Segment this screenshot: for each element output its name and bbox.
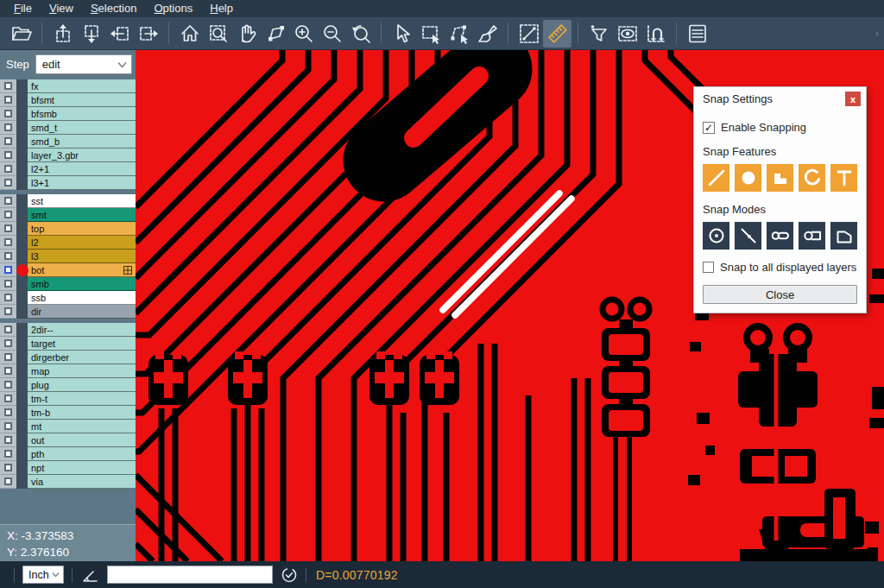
layer-visibility-checkbox[interactable] [4, 280, 12, 288]
menu-item-help[interactable]: Help [201, 1, 242, 16]
snap-feature-text-button[interactable] [830, 164, 857, 192]
angle-measure-icon[interactable] [80, 566, 99, 585]
snap-mode-slot-open-button[interactable] [799, 222, 825, 250]
layer-visibility-checkbox[interactable] [4, 151, 12, 159]
snap-feature-surface-button[interactable] [767, 164, 793, 192]
layer-visibility-checkbox[interactable] [4, 123, 12, 131]
shift-view-down-button[interactable] [77, 20, 105, 47]
snap-feature-line-button[interactable] [703, 164, 729, 192]
snap-mode-slot-button[interactable] [767, 222, 793, 250]
snap-feature-pad-button[interactable] [735, 164, 761, 192]
select-polygon-button[interactable] [445, 20, 473, 47]
unit-select[interactable]: Inch [22, 566, 64, 584]
layer-name-chip[interactable]: bot [28, 263, 136, 277]
layer-visibility-checkbox[interactable] [4, 165, 12, 173]
menu-item-file[interactable]: File [5, 1, 41, 16]
layer-name-chip[interactable]: dir [28, 305, 136, 319]
filter-button[interactable] [584, 20, 613, 47]
report-button[interactable] [683, 20, 711, 47]
layer-name-chip[interactable]: dirgerber [28, 351, 136, 364]
apply-check-icon[interactable] [281, 566, 298, 584]
shift-view-left-button[interactable] [105, 20, 134, 47]
layer-visibility-checkbox[interactable] [4, 477, 12, 485]
layer-visibility-checkbox[interactable] [4, 367, 12, 375]
measure-line-button[interactable] [515, 20, 543, 47]
select-rectangle-button[interactable] [416, 20, 445, 47]
snap-mode-corner-button[interactable] [830, 222, 857, 250]
layer-name-chip[interactable]: tm-b [28, 406, 136, 420]
snap-dialog-titlebar[interactable]: Snap Settings x [694, 87, 866, 111]
snap-mode-line-middle-button[interactable] [735, 222, 761, 250]
open-folder-button[interactable] [7, 20, 35, 47]
snap-feature-arc-button[interactable] [799, 164, 825, 192]
layer-name-chip[interactable]: mt [28, 420, 136, 433]
layer-name-chip[interactable]: l3+1 [28, 176, 136, 190]
layer-visibility-checkbox[interactable] [4, 381, 12, 389]
zoom-out-button[interactable] [318, 20, 346, 47]
layer-name-chip[interactable]: via [28, 475, 136, 489]
layer-name-chip[interactable]: map [28, 364, 136, 378]
layer-name-chip[interactable]: pth [28, 447, 136, 461]
layer-visibility-checkbox[interactable] [4, 395, 12, 402]
layer-name-chip[interactable]: npt [28, 461, 136, 475]
layer-name-chip[interactable]: bfsmt [28, 93, 136, 107]
menu-item-view[interactable]: View [41, 1, 82, 16]
layer-name-chip[interactable]: target [28, 337, 136, 351]
menu-item-selection[interactable]: Selection [82, 1, 145, 16]
layer-visibility-checkbox[interactable] [4, 82, 12, 90]
dialog-close-icon[interactable]: x [845, 92, 861, 106]
layer-name-chip[interactable]: 2dir-- [28, 323, 136, 337]
layer-name-chip[interactable]: ssb [28, 291, 136, 305]
home-view-button[interactable] [175, 20, 204, 47]
layer-name-chip[interactable]: l2+1 [28, 162, 136, 176]
close-button[interactable]: Close [703, 285, 857, 304]
zoom-area-button[interactable] [204, 20, 232, 47]
layer-visibility-checkbox[interactable] [4, 179, 12, 187]
layer-visibility-checkbox[interactable] [4, 408, 12, 416]
select-cursor-button[interactable] [388, 20, 416, 47]
layer-name-chip[interactable]: out [28, 433, 136, 447]
layer-name-chip[interactable]: bfsmb [28, 107, 136, 121]
layer-visibility-checkbox[interactable] [4, 266, 12, 274]
snap-all-layers-checkbox[interactable] [703, 262, 714, 273]
shift-view-right-button[interactable] [134, 20, 162, 47]
layer-name-chip[interactable]: smt [28, 208, 136, 222]
layer-visibility-checkbox[interactable] [4, 137, 12, 145]
layer-name-chip[interactable]: sst [28, 194, 136, 208]
ruler-button[interactable] [543, 20, 571, 47]
layer-visibility-checkbox[interactable] [4, 436, 12, 444]
step-select[interactable]: edit [35, 54, 132, 74]
layer-name-chip[interactable]: l3 [28, 250, 136, 263]
command-input[interactable] [107, 566, 273, 584]
layer-name-chip[interactable]: smb [28, 277, 136, 291]
layer-visibility-checkbox[interactable] [4, 294, 12, 301]
layer-name-chip[interactable]: top [28, 222, 136, 236]
pan-hand-button[interactable] [232, 20, 261, 47]
menu-item-options[interactable]: Options [145, 1, 201, 16]
layer-visibility-checkbox[interactable] [4, 211, 12, 218]
layer-visibility-checkbox[interactable] [4, 96, 12, 104]
layer-visibility-checkbox[interactable] [4, 326, 12, 333]
clean-brush-button[interactable] [473, 20, 502, 47]
layer-name-chip[interactable]: smd_b [28, 135, 136, 149]
zoom-polygon-button[interactable] [261, 20, 289, 47]
snap-magnet-button[interactable] [641, 20, 670, 47]
layer-name-chip[interactable]: fx [28, 79, 136, 93]
layer-visibility-checkbox[interactable] [4, 353, 12, 361]
layer-visibility-checkbox[interactable] [4, 224, 12, 232]
layer-name-chip[interactable]: tm-t [28, 392, 136, 406]
layer-name-chip[interactable]: plug [28, 378, 136, 392]
layer-name-chip[interactable]: l2 [28, 236, 136, 250]
layer-visibility-checkbox[interactable] [4, 252, 12, 260]
enable-snapping-checkbox[interactable]: ✓ [703, 122, 715, 134]
view-options-button[interactable] [613, 20, 641, 47]
zoom-previous-button[interactable] [346, 20, 375, 47]
zoom-in-button[interactable] [289, 20, 318, 47]
layer-visibility-checkbox[interactable] [4, 422, 12, 430]
layer-visibility-checkbox[interactable] [4, 464, 12, 471]
layer-visibility-checkbox[interactable] [4, 238, 12, 246]
layer-visibility-checkbox[interactable] [4, 197, 12, 205]
layer-visibility-checkbox[interactable] [4, 450, 12, 458]
toolbar-overflow-chevron[interactable]: › [875, 28, 879, 40]
layer-visibility-checkbox[interactable] [4, 307, 12, 315]
